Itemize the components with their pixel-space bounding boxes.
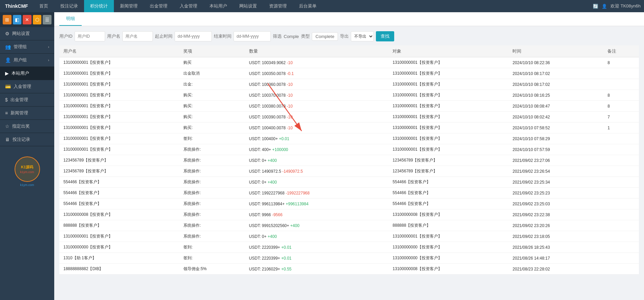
cell-note <box>603 133 639 144</box>
sidebar-item-news-mgmt[interactable]: ≡ 新闻管理 <box>0 107 54 120</box>
cell-username: 13100000001【投资客户】 <box>59 101 179 112</box>
sidebar-item-user-group[interactable]: 👤 用户组 › <box>0 54 54 67</box>
cell-time: 2021/09/02 23:20:26 <box>508 220 603 231</box>
monitor-icon: 🖥 <box>5 137 10 142</box>
nav-bet-records[interactable]: 投注记录 <box>54 0 84 12</box>
table-row: 13100000008【投资客户】 系统操作: USDT: 9966 -9566… <box>59 209 639 220</box>
username-input[interactable] <box>122 31 153 41</box>
cell-award: 购买: <box>179 123 245 133</box>
cell-note <box>603 242 639 253</box>
search-button[interactable]: 查找 <box>376 31 394 41</box>
sidebar-item-admin-group[interactable]: 👥 管理组 › <box>0 40 54 54</box>
cell-target: 888888【投资客户】 <box>388 220 508 231</box>
start-date-input[interactable] <box>175 31 212 41</box>
watermark-domain: k1ym.com <box>20 183 34 187</box>
sidebar-item-site-settings[interactable]: ⚙ 网站设置 <box>0 27 54 40</box>
cell-username: 13100000001【投资客户】 <box>59 123 179 133</box>
userid-input[interactable] <box>75 31 105 41</box>
cell-username: 123456789【投资客户】 <box>59 166 179 177</box>
sidebar-item-local-users[interactable]: ▶ 本站用户 <box>0 67 54 80</box>
user-icon: 👤 <box>602 4 607 9</box>
tab-detail[interactable]: 明细 <box>59 12 82 26</box>
col-target: 对象 <box>388 45 508 57</box>
refresh-icon[interactable]: 🔄 <box>593 4 598 9</box>
cell-target: 13100000001【投资客户】 <box>388 123 508 133</box>
table-row: 13100000001【投资客户】 系统操作: USDT: 0+ +400 13… <box>59 231 639 242</box>
app-logo: ThinkCMF <box>3 3 33 9</box>
cell-target: 554466【投资客户】 <box>388 188 508 199</box>
toolbar-btn-orange[interactable]: ⊞ <box>3 15 12 24</box>
local-users-icon: ▶ <box>5 71 9 76</box>
deposit-icon: 💳 <box>5 84 11 89</box>
cell-note: 8 <box>603 90 639 101</box>
toolbar-btn-blue[interactable]: ◧ <box>13 15 22 24</box>
cell-amount: USDT: 996113984+ +996113984 <box>245 199 389 209</box>
cell-award: 签到: <box>179 242 245 253</box>
cell-username: 888888【投资客户】 <box>59 220 179 231</box>
nav-resources[interactable]: 资源管理 <box>263 0 293 12</box>
toolbar-btn-gray[interactable]: ☰ <box>43 15 52 24</box>
end-date-input[interactable] <box>234 31 271 41</box>
sidebar-item-assign-prize[interactable]: ☆ 指定出奖 <box>0 120 54 133</box>
nav-withdrawal[interactable]: 出金管理 <box>144 0 174 12</box>
col-amount: 数量 <box>245 45 389 57</box>
nav-deposit[interactable]: 入金管理 <box>174 0 203 12</box>
cell-time: 2024/10/10 08:16:25 <box>508 90 603 101</box>
toolbar-btn-yellow[interactable]: ⬡ <box>33 15 42 24</box>
cell-username: 13100000001【投资客户】 <box>59 57 179 68</box>
cell-note <box>603 264 639 275</box>
table-row: 554466【投资客户】 系统操作: USDT: 996113984+ +996… <box>59 199 639 209</box>
tab-bar: 明细 <box>59 12 639 26</box>
nav-news[interactable]: 新闻管理 <box>114 0 144 12</box>
export-select[interactable]: 不导出 <box>351 31 374 41</box>
nav-home[interactable]: 首页 <box>33 0 54 12</box>
sidebar-item-deposit-mgmt[interactable]: 💳 入金管理 <box>0 80 54 93</box>
cell-time: 2021/08/26 18:25:43 <box>508 242 603 253</box>
cell-target: 13100000001【投资客户】 <box>388 133 508 144</box>
cell-amount: USDT: 2220399+ +0.01 <box>245 253 389 264</box>
watermark-area: K1源码 k1ym.com k1ym.com <box>0 156 54 187</box>
userid-label: 用户ID <box>59 33 73 39</box>
cell-note: 8 <box>603 57 639 68</box>
cell-note <box>603 79 639 90</box>
nav-right-area: 🔄 👤 欢迎 TK08yn6h <box>593 3 641 9</box>
cell-amount: USDT: 100370.0078 -10 <box>245 90 389 101</box>
cell-time: 2021/08/23 22:28:02 <box>508 264 603 275</box>
nav-points-stats[interactable]: 积分统计 <box>84 0 114 12</box>
cell-note: 1 <box>603 123 639 133</box>
cell-username: 13100000001【投资客户】 <box>59 231 179 242</box>
cell-username: 1310【助 1客户】 <box>59 253 179 264</box>
table-row: 13100000001【投资客户】 购买: USDT: 100370.0078 … <box>59 90 639 101</box>
table-row: 1310【助 1客户】 签到: USDT: 2220399+ +0.01 131… <box>59 253 639 264</box>
cell-amount: USDT: 100400.0078 -10 <box>245 123 389 133</box>
cell-award: 领导佣金:5% <box>179 264 245 275</box>
admin-group-icon: 👥 <box>5 44 11 50</box>
cell-target: 13100000001【投资客户】 <box>388 90 508 101</box>
cell-target: 13100000001【投资客户】 <box>388 144 508 155</box>
cell-amount: USDT: 1992227968 -1992227968 <box>245 188 389 199</box>
toolbar-btn-red[interactable]: ✕ <box>23 15 32 24</box>
table-row: 123456789【投资客户】 系统操作: USDT: 1490972.5 -1… <box>59 166 639 177</box>
table-row: 13100000001【投资客户】 出金取消 USDT: 100350.0078… <box>59 68 639 79</box>
sidebar-item-withdrawal-mgmt[interactable]: $ 出金管理 <box>0 93 54 107</box>
cell-award: 系统操作: <box>179 177 245 188</box>
dollar-icon: $ <box>5 97 8 102</box>
nav-users[interactable]: 本站用户 <box>203 0 233 12</box>
nav-site-settings[interactable]: 网站设置 <box>233 0 263 12</box>
col-time: 时间 <box>508 45 603 57</box>
sidebar-item-bet-records[interactable]: 🖥 投注记录 <box>0 133 54 146</box>
nav-backend-menu[interactable]: 后台菜单 <box>293 0 323 12</box>
main-layout: ⊞ ◧ ✕ ⬡ ☰ ⚙ 网站设置 👥 管理组 › 👤 用户组 › ▶ 本站用户 … <box>0 12 644 300</box>
cell-target: 13100000001【投资客户】 <box>388 68 508 79</box>
user-group-icon: 👤 <box>5 57 11 63</box>
complete-filter-btn[interactable]: Complete <box>312 32 338 41</box>
cell-note <box>603 220 639 231</box>
chevron-right-icon-2: › <box>48 58 49 62</box>
table-row: 13100000001【投资客户】 购买: USDT: 100390.0078 … <box>59 112 639 123</box>
table-row: 18888888882【DIB】 领导佣金:5% USDT: 2106029+ … <box>59 264 639 275</box>
cell-amount: USDT: 100400+ +0.01 <box>245 133 389 144</box>
cell-amount: USDT: 9966 -9566 <box>245 209 389 220</box>
cell-time: 2021/09/02 23:26:54 <box>508 166 603 177</box>
cell-note <box>603 188 639 199</box>
table-row: 13100000001【投资客户】 购买: USDT: 100380.0078 … <box>59 101 639 112</box>
